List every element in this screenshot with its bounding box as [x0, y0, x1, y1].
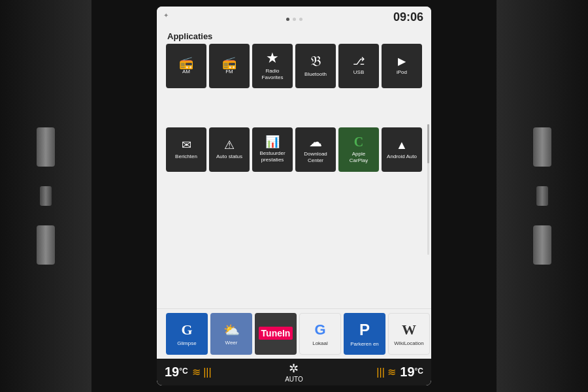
fm-label: FM [224, 69, 235, 75]
scrollbar[interactable] [427, 124, 429, 255]
clock-display: 09:06 [393, 10, 423, 24]
seat-heat-right-icon[interactable]: ||| ≋ [376, 366, 396, 378]
android-icon: ▲ [396, 139, 408, 151]
dock-grid: G Glimpse ⛅ Weer TuneIn G Lokaal P [157, 309, 431, 359]
app-am[interactable]: 📻 AM [166, 44, 206, 88]
wiki-icon: W [402, 321, 416, 338]
ipod-label: iPod [395, 69, 408, 76]
app-berichten[interactable]: ✉ Berichten [166, 127, 206, 172]
message-icon: ✉ [182, 139, 191, 151]
left-knob-middle [40, 186, 52, 206]
temp-right: 19 °C [400, 365, 423, 380]
bluetooth-label: Bluetooth [303, 71, 328, 78]
app-auto-status[interactable]: ⚠ Auto status [209, 127, 250, 172]
star-icon: ★ [266, 51, 279, 65]
weer-label: Weer [225, 340, 238, 346]
outer-frame: ✦ 09:06 Applicaties 📻 AM 📻 FM ★ Radio F [0, 0, 588, 392]
climate-bar: 19 °C ≋ ||| ✲ AUTO ||| ≋ 19 °C [157, 359, 431, 385]
car-warning-icon: ⚠ [224, 139, 235, 151]
bestuurder-label: Bestuurder prestaties [258, 150, 286, 163]
signal-icon: ✦ [163, 12, 169, 19]
feature-app-row: ✉ Berichten ⚠ Auto status 📊 Bestuurder p… [157, 127, 431, 172]
left-panel [0, 0, 91, 392]
carplay-label: Apple CarPlay [348, 151, 369, 163]
radio-fav-label: Radio Favorites [261, 68, 285, 80]
app-download-center[interactable]: ☁ Download Center [295, 127, 336, 172]
dot-2 [293, 18, 296, 21]
fan-icon: ✲ [285, 361, 303, 376]
wiki-label: WikiLocation [394, 340, 423, 346]
lokaal-label: Lokaal [312, 340, 328, 346]
right-panel [497, 0, 588, 392]
right-knob-bottom [533, 225, 551, 265]
section-title: Applicaties [157, 27, 431, 44]
weather-icon: ⛅ [223, 322, 240, 338]
dot-3 [299, 18, 302, 21]
download-center-label: Download Center [302, 151, 329, 163]
bottom-dock: G Glimpse ⛅ Weer TuneIn G Lokaal P [157, 308, 431, 359]
row-spacer [157, 88, 431, 127]
dock-lokaal[interactable]: G Lokaal [299, 313, 341, 355]
scrollbar-thumb [427, 124, 429, 163]
app-bestuurder[interactable]: 📊 Bestuurder prestaties [252, 127, 293, 172]
usb-icon: ⎇ [353, 56, 365, 67]
tunein-icon: TuneIn [259, 327, 293, 340]
dock-wiki[interactable]: W WikiLocation [388, 313, 430, 355]
carplay-icon: C [354, 135, 363, 148]
left-knob-bottom [37, 225, 55, 265]
app-usb[interactable]: ⎇ USB [338, 44, 379, 88]
parking-icon: P [359, 321, 370, 339]
app-carplay[interactable]: C Apple CarPlay [338, 127, 379, 172]
glimpse-label: Glimpse [177, 340, 196, 346]
right-knob-middle [536, 186, 548, 206]
auto-label: AUTO [285, 376, 303, 383]
app-bluetooth[interactable]: 𝔅 Bluetooth [295, 44, 336, 88]
chart-icon: 📊 [265, 136, 280, 148]
dot-1 [286, 18, 289, 21]
dock-tunein[interactable]: TuneIn [255, 313, 297, 355]
app-radio-fav[interactable]: ★ Radio Favorites [252, 44, 293, 88]
google-icon: G [314, 321, 325, 338]
bluetooth-icon: 𝔅 [310, 54, 321, 69]
tablet-screen: ✦ 09:06 Applicaties 📻 AM 📻 FM ★ Radio F [157, 7, 431, 385]
am-label: AM [181, 69, 191, 75]
android-auto-label: Android Auto [385, 154, 418, 160]
page-indicator [286, 12, 302, 23]
berichten-label: Berichten [174, 154, 199, 160]
usb-label: USB [352, 69, 365, 76]
app-android-auto[interactable]: ▲ Android Auto [382, 127, 422, 172]
left-knob-top [37, 127, 55, 167]
cloud-download-icon: ☁ [309, 135, 322, 148]
dock-parkeren[interactable]: P Parkeren en [344, 313, 385, 355]
seat-heat-left-icon[interactable]: ≋ ||| [192, 366, 212, 378]
glimpse-icon: G [181, 321, 192, 338]
ipod-icon: ▶ [398, 56, 406, 67]
parkeren-label: Parkeren en [350, 341, 379, 347]
app-ipod[interactable]: ▶ iPod [382, 44, 422, 88]
audio-app-row: 📻 AM 📻 FM ★ Radio Favorites 𝔅 Bluetooth … [157, 44, 431, 88]
app-fm[interactable]: 📻 FM [209, 44, 250, 88]
top-bar: ✦ 09:06 [157, 7, 431, 27]
right-knob-top [533, 127, 551, 167]
auto-status-label: Auto status [215, 154, 244, 160]
dock-glimpse[interactable]: G Glimpse [166, 313, 208, 355]
dock-weer[interactable]: ⛅ Weer [210, 313, 252, 355]
temp-left: 19 °C [165, 365, 188, 380]
